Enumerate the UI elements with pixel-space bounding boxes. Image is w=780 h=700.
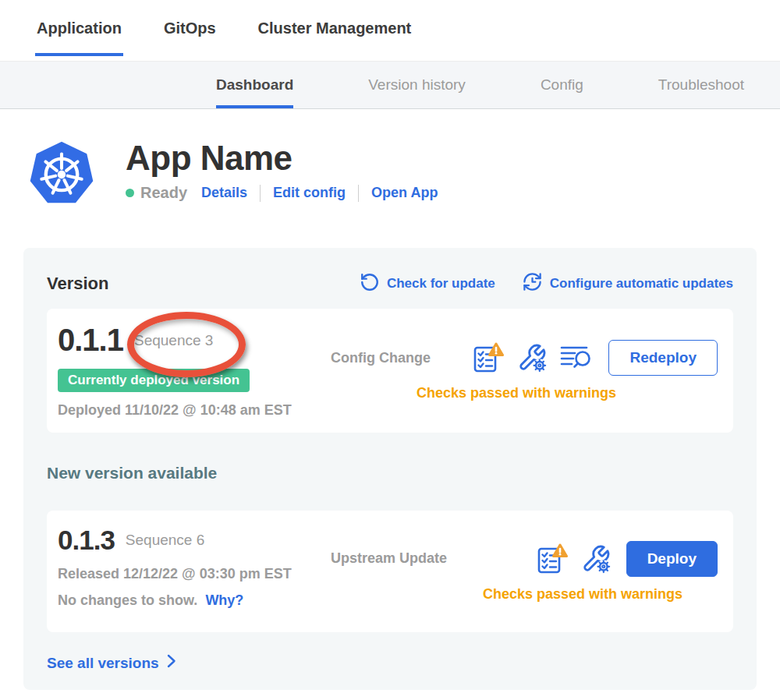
new-version-heading: New version available [47, 464, 733, 483]
ready-status-dot-icon [126, 189, 134, 197]
see-all-versions-label: See all versions [47, 655, 159, 672]
open-app-link[interactable]: Open App [371, 185, 438, 201]
tab-cluster-management[interactable]: Cluster Management [257, 0, 413, 56]
version-card-actions: Check for update Configure automatic upd… [360, 271, 733, 296]
sub-nav: Dashboard Version history Config Trouble… [0, 61, 780, 109]
version-card-title: Version [47, 274, 108, 294]
available-version-row: 0.1.3 Sequence 6 Released 12/12/22 @ 03:… [47, 511, 733, 632]
preflight-checks-warning-icon[interactable] [537, 542, 568, 576]
app-name: App Name [126, 140, 438, 176]
version-source-label: Upstream Update [331, 550, 447, 567]
deployed-timestamp: Deployed 11/10/22 @ 10:48 am EST [58, 402, 315, 419]
deploy-button[interactable]: Deploy [626, 541, 718, 577]
edit-config-wrench-icon[interactable] [581, 544, 611, 574]
current-version-line: 0.1.1 Sequence 3 [58, 323, 315, 358]
preflight-warning-text: Checks passed with warnings [315, 385, 718, 401]
tab-application[interactable]: Application [35, 0, 123, 56]
current-version-number: 0.1.1 [58, 323, 123, 358]
available-version-info: 0.1.3 Sequence 6 Released 12/12/22 @ 03:… [58, 525, 315, 618]
available-version-line: 0.1.3 Sequence 6 [58, 525, 315, 556]
no-changes-text: No changes to show. [58, 592, 197, 608]
available-version-actions: Upstream Update [315, 525, 718, 618]
check-for-update-label: Check for update [387, 276, 495, 292]
version-card-header: Version Check for update [47, 271, 733, 296]
current-version-sequence: Sequence 3 [134, 332, 213, 349]
available-version-icons [537, 542, 611, 576]
configure-automatic-updates-button[interactable]: Configure automatic updates [522, 271, 733, 296]
app-header-text: App Name Ready Details Edit config Open … [126, 139, 438, 202]
currently-deployed-badge: Currently deployed version [58, 369, 250, 392]
current-version-row: 0.1.1 Sequence 3 Currently deployed vers… [47, 309, 733, 433]
no-changes-line: No changes to show. Why? [58, 592, 315, 609]
redeploy-button[interactable]: Redeploy [608, 340, 718, 376]
edit-config-link[interactable]: Edit config [273, 185, 346, 201]
available-version-sequence: Sequence 6 [126, 532, 204, 549]
tab-config[interactable]: Config [541, 62, 583, 108]
tab-gitops[interactable]: GitOps [162, 0, 218, 56]
current-version-info: 0.1.1 Sequence 3 Currently deployed vers… [58, 323, 315, 419]
current-version-icons [473, 341, 593, 375]
chevron-right-icon [167, 654, 176, 672]
available-version-number: 0.1.3 [58, 525, 115, 556]
refresh-icon [360, 272, 380, 296]
kubernetes-logo-icon [27, 139, 96, 209]
tab-version-history[interactable]: Version history [368, 62, 466, 108]
preflight-checks-warning-icon[interactable] [473, 341, 504, 375]
version-card: Version Check for update [23, 248, 757, 690]
tab-dashboard[interactable]: Dashboard [216, 62, 293, 108]
tab-troubleshoot[interactable]: Troubleshoot [658, 62, 744, 108]
available-version-action-row: Upstream Update [315, 541, 718, 577]
see-all-versions-link[interactable]: See all versions [47, 654, 176, 672]
details-link[interactable]: Details [201, 185, 247, 201]
released-timestamp: Released 12/12/22 @ 03:30 pm EST [58, 566, 315, 582]
current-version-action-row: Config Change [315, 340, 718, 376]
why-link[interactable]: Why? [205, 592, 243, 608]
top-nav: Application GitOps Cluster Management [0, 0, 780, 56]
auto-update-clock-icon [522, 271, 543, 296]
edit-config-wrench-icon[interactable] [517, 343, 547, 373]
app-header: App Name Ready Details Edit config Open … [27, 139, 757, 209]
app-status: Ready [140, 184, 187, 202]
version-source-label: Config Change [331, 350, 431, 366]
divider [358, 185, 359, 202]
preflight-warning-text: Checks passed with warnings [315, 586, 718, 603]
status-row: Ready Details Edit config Open App [126, 184, 438, 202]
current-version-actions: Config Change [315, 323, 718, 419]
check-for-update-button[interactable]: Check for update [360, 272, 495, 296]
divider [260, 185, 261, 202]
view-files-diff-icon[interactable] [560, 344, 593, 372]
configure-automatic-updates-label: Configure automatic updates [550, 276, 733, 292]
